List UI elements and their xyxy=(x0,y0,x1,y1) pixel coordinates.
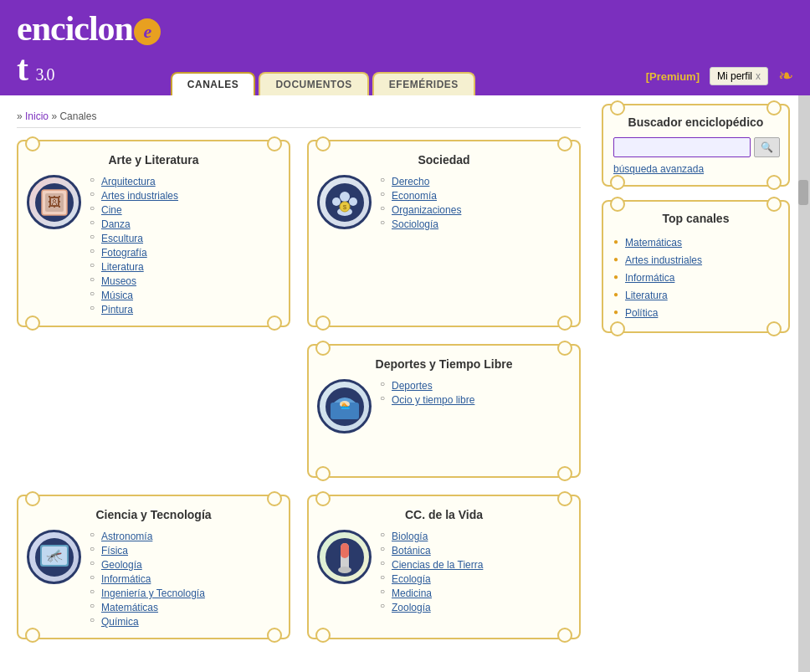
list-item: Literatura xyxy=(613,286,778,304)
card-body-vida: Biología Botánica Ciencias de la Tierra … xyxy=(317,530,571,615)
list-item: Artes industriales xyxy=(90,189,178,202)
list-item: Política xyxy=(613,304,778,321)
tab-canales[interactable]: CANALES xyxy=(171,72,256,95)
link-informatica-top[interactable]: Informática xyxy=(625,272,674,284)
list-item: Economía xyxy=(380,189,461,202)
link-geologia[interactable]: Geología xyxy=(101,559,142,571)
header-right: [Premium] Mi perfil x ❧ xyxy=(646,65,793,95)
link-politica-top[interactable]: Política xyxy=(625,307,658,319)
link-quimica[interactable]: Química xyxy=(101,616,139,628)
top-canales-list: Matemáticas Artes industriales Informáti… xyxy=(613,233,778,321)
list-item: Artes industriales xyxy=(613,251,778,269)
link-derecho[interactable]: Derecho xyxy=(392,176,429,187)
link-pintura[interactable]: Pintura xyxy=(101,304,133,315)
breadcrumb-separator: » xyxy=(51,110,59,122)
breadcrumb: » Inicio » Canales xyxy=(17,104,581,128)
link-museos[interactable]: Museos xyxy=(101,275,136,287)
svg-point-5 xyxy=(340,192,350,202)
link-literatura-top[interactable]: Literatura xyxy=(625,290,668,301)
link-artes-industriales[interactable]: Artes industriales xyxy=(101,190,178,202)
card-icon-vida xyxy=(317,530,372,584)
list-item: Matemáticas xyxy=(613,233,778,251)
card-links-ciencia: Astronomía Física Geología Informática I… xyxy=(90,530,205,629)
list-item: Ciencias de la Tierra xyxy=(380,558,483,571)
svg-text:🖼: 🖼 xyxy=(48,195,61,209)
link-fisica[interactable]: Física xyxy=(101,545,128,557)
link-biologia[interactable]: Biología xyxy=(392,531,428,542)
list-item: Deportes xyxy=(380,379,474,392)
main-content: » Inicio » Canales Arte y Literatura xyxy=(0,95,597,672)
search-button[interactable]: 🔍 xyxy=(754,137,780,157)
list-item: Ecología xyxy=(380,572,483,585)
category-card-deportes: Deportes y Tiempo Libre 🏊 Deportes xyxy=(307,344,581,478)
link-economia[interactable]: Economía xyxy=(392,190,437,202)
list-item: Escultura xyxy=(90,232,178,244)
card-body-sociedad: $ Derecho Economía Organizaciones Sociol… xyxy=(317,175,571,232)
category-title-sociedad: Sociedad xyxy=(317,150,571,167)
list-item: Organizaciones xyxy=(380,203,461,216)
link-ecologia[interactable]: Ecología xyxy=(392,573,431,585)
svg-rect-21 xyxy=(341,543,349,558)
breadcrumb-home[interactable]: Inicio xyxy=(25,110,49,122)
scroll-track[interactable] xyxy=(798,95,810,672)
list-item: Biología xyxy=(380,530,483,542)
list-item: Arquitectura xyxy=(90,175,178,187)
search-title: Buscador enciclopédico xyxy=(613,115,778,129)
link-cine[interactable]: Cine xyxy=(101,204,122,216)
card-links-arte: Arquitectura Artes industriales Cine Dan… xyxy=(90,175,178,317)
link-deportes[interactable]: Deportes xyxy=(392,380,433,392)
tab-efemerides[interactable]: EFEMÉRIDES xyxy=(372,72,475,95)
top-canales-box: Top canales Matemáticas Artes industrial… xyxy=(602,200,790,333)
premium-link[interactable]: [Premium] xyxy=(646,70,700,83)
svg-point-22 xyxy=(338,567,351,573)
link-musica[interactable]: Música xyxy=(101,290,133,301)
card-links-vida: Biología Botánica Ciencias de la Tierra … xyxy=(380,530,483,615)
svg-text:$: $ xyxy=(342,203,346,211)
link-zoologia[interactable]: Zoología xyxy=(392,602,431,613)
category-title-vida: CC. de la Vida xyxy=(317,505,571,521)
link-organizaciones[interactable]: Organizaciones xyxy=(392,204,461,216)
link-matematicas[interactable]: Matemáticas xyxy=(101,602,158,613)
link-escultura[interactable]: Escultura xyxy=(101,233,143,244)
mi-perfil-button[interactable]: Mi perfil x xyxy=(710,67,768,85)
link-ocio[interactable]: Ocio y tiempo libre xyxy=(392,394,474,406)
sidebar: Buscador enciclopédico 🔍 búsqueda avanza… xyxy=(597,95,798,672)
logo-text: enciclon xyxy=(17,9,133,48)
link-medicina[interactable]: Medicina xyxy=(392,587,432,599)
link-matematicas-top[interactable]: Matemáticas xyxy=(625,237,682,249)
list-item: Fotografía xyxy=(90,246,178,259)
list-item: Física xyxy=(90,544,205,557)
link-artes-industriales-top[interactable]: Artes industriales xyxy=(625,254,702,266)
list-item: Danza xyxy=(90,218,178,230)
list-item: Literatura xyxy=(90,260,178,273)
card-icon-sociedad: $ xyxy=(317,175,372,229)
link-ingenieria[interactable]: Ingeniería y Tecnología xyxy=(101,587,205,599)
link-literatura[interactable]: Literatura xyxy=(101,261,144,273)
link-danza[interactable]: Danza xyxy=(101,218,131,230)
svg-text:🦟: 🦟 xyxy=(46,547,63,563)
mi-perfil-close[interactable]: x xyxy=(756,70,761,82)
link-arquitectura[interactable]: Arquitectura xyxy=(101,176,156,187)
list-item: Derecho xyxy=(380,175,461,187)
search-input[interactable] xyxy=(613,137,751,157)
search-input-wrapper: 🔍 xyxy=(613,137,778,157)
tab-documentos[interactable]: DOCUMENTOS xyxy=(259,72,368,95)
link-botanica[interactable]: Botánica xyxy=(392,545,431,557)
link-sociologia[interactable]: Sociología xyxy=(392,218,438,230)
scroll-thumb[interactable] xyxy=(798,180,808,205)
list-item: Pintura xyxy=(90,303,178,315)
list-item: Cine xyxy=(90,203,178,216)
link-ciencias-tierra[interactable]: Ciencias de la Tierra xyxy=(392,559,483,571)
logo-circle: e xyxy=(134,18,161,45)
breadcrumb-separator-start: » xyxy=(17,110,25,122)
card-icon-ciencia: 🦟 xyxy=(27,530,81,584)
list-item: Botánica xyxy=(380,544,483,557)
breadcrumb-current: Canales xyxy=(59,110,96,122)
content-wrapper: » Inicio » Canales Arte y Literatura xyxy=(0,95,810,672)
link-informatica[interactable]: Informática xyxy=(101,573,151,585)
link-fotografia[interactable]: Fotografía xyxy=(101,247,147,259)
mi-perfil-label: Mi perfil xyxy=(717,70,752,82)
category-card-arte: Arte y Literatura 🖼 Arquitectura Artes i… xyxy=(17,140,290,327)
advanced-search-link[interactable]: búsqueda avanzada xyxy=(613,163,704,175)
link-astronomia[interactable]: Astronomía xyxy=(101,531,152,542)
